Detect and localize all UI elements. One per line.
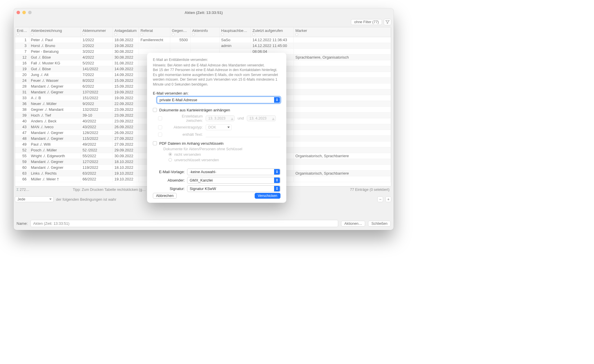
cell-dat: 19.10.2022 <box>113 176 139 182</box>
cell-mark <box>294 159 391 165</box>
column-header[interactable]: Anlagedatum <box>113 27 139 37</box>
template-select[interactable]: -keine Auswahl- <box>187 169 280 175</box>
cell-dat: 19.09.2022 <box>113 89 139 95</box>
cell-nr: 3/2022 <box>81 49 113 55</box>
cell-nr: 55/2022 <box>81 153 113 159</box>
attach-docs-checkbox[interactable] <box>153 108 157 112</box>
cell-bez: Hoch ./. Tief <box>29 113 81 118</box>
cell-nr: 63/2022 <box>81 171 113 176</box>
sigma-icon: Σ <box>17 188 19 192</box>
actions-button[interactable]: Aktionen… <box>341 221 365 227</box>
cell-id: 43 <box>15 124 29 130</box>
close-button[interactable]: Schließen <box>368 221 391 227</box>
cell-nr: 7/2022 <box>81 72 113 78</box>
cell-id: 36 <box>15 101 29 107</box>
remove-condition-button[interactable]: − <box>377 196 383 202</box>
column-header[interactable]: Hauptsachbearbeiter <box>219 27 251 37</box>
filter-icon-button[interactable] <box>384 19 391 25</box>
cell-dat: 31.08.2022 <box>113 60 139 66</box>
send-to-label: E-Mail versenden an: <box>153 91 280 95</box>
cell-dat: 14.09.2022 <box>113 66 139 72</box>
cell-id: 55 <box>15 153 29 159</box>
cell-id: 52 <box>15 147 29 153</box>
table-row[interactable]: 1Peter ./. Paul1/202218.08.2022Familienr… <box>15 37 391 43</box>
cell-mark: Organisatorisch, Sprachbarriere <box>294 153 391 159</box>
radio-not-send-label: nicht versenden <box>174 152 201 157</box>
column-header[interactable]: Gegenstand… <box>170 27 190 37</box>
cell-mark <box>294 136 391 142</box>
column-header[interactable]: Referat <box>139 27 170 37</box>
encrypt-checkbox[interactable] <box>153 141 157 145</box>
column-header[interactable]: Entit… <box>15 27 29 37</box>
signature-select[interactable]: Signatur KSwW <box>187 185 280 192</box>
cell-dat: 15.09.2022 <box>113 84 139 89</box>
cell-bez: Mandant ./. Gegner <box>29 136 81 142</box>
column-header[interactable]: Aktenbezeichnung <box>29 27 81 37</box>
radio-unencrypted-label: unverschlüsselt versenden <box>174 158 219 162</box>
cell-id: 49 <box>15 142 29 147</box>
cell-dat: 26.09.2022 <box>113 130 139 136</box>
footer-count: 77 Einträge (0 selektiert) <box>350 188 390 192</box>
cell-dat: 23.09.2022 <box>113 118 139 124</box>
cell-id: 24 <box>15 78 29 84</box>
cell-mark <box>294 176 391 182</box>
radio-unencrypted <box>169 158 172 162</box>
cell-mark <box>294 101 391 107</box>
cell-bez: Links ./. Rechts <box>29 171 81 176</box>
cell-dat: 26.09.2022 <box>113 124 139 130</box>
cell-mark <box>294 89 391 95</box>
type-select: DOK <box>206 124 232 130</box>
cell-bez: Gut ./. Böse <box>29 55 81 60</box>
contains-checkbox <box>158 133 162 137</box>
cell-mark <box>294 60 391 66</box>
cell-bez: Peter - Beratung <box>29 49 81 55</box>
cell-dat: 15.09.2022 <box>113 78 139 84</box>
column-header[interactable]: Akteninfo <box>190 27 219 37</box>
cell-nr: 9/2022 <box>81 101 113 107</box>
column-header[interactable]: Marker <box>294 27 391 37</box>
created-label: Erstelldatum zwischen: <box>165 114 203 123</box>
cell-nr: 1/2022 <box>81 37 113 43</box>
cell-mark <box>294 66 391 72</box>
sender-select[interactable]: GMX_Kanzlei <box>187 177 280 184</box>
type-checkbox <box>158 125 162 129</box>
cell-mark <box>294 49 391 55</box>
cell-mark <box>294 43 391 49</box>
condition-mode-select[interactable]: Jede <box>15 196 54 202</box>
cell-mark <box>294 72 391 78</box>
signature-label: Signatur: <box>153 186 185 191</box>
condition-mode-label: Jede <box>17 197 25 201</box>
name-field[interactable]: Akten (Zeit: 13:33:51) <box>30 220 338 227</box>
table-row[interactable]: 3Horst ./. Bruno2/202219.08.2022admin14.… <box>15 43 391 49</box>
cell-mark <box>294 113 391 118</box>
filter-button[interactable]: ohne Filter (77) <box>351 19 382 25</box>
cell-za: 14.12.2022 11:45:00 <box>251 43 294 49</box>
cell-bez: A ./. B <box>29 95 81 101</box>
cell-nr: 43/2022 <box>81 124 113 130</box>
cell-nr: 40/2022 <box>81 118 113 124</box>
send-button[interactable]: Verschicken <box>255 193 280 199</box>
cell-id: 1 <box>15 37 29 43</box>
cell-bez: Wright ./. Edgeworth <box>29 153 81 159</box>
send-to-select[interactable]: private E-Mail Adresse <box>157 97 280 103</box>
radio-not-send <box>169 153 172 156</box>
cell-id: 38 <box>15 107 29 113</box>
cell-mark <box>294 165 391 171</box>
type-label: Akteneintragstyp: <box>165 125 203 129</box>
column-header[interactable]: Zuletzt aufgerufen <box>251 27 294 37</box>
column-header[interactable]: Aktennummer <box>81 27 113 37</box>
cell-geg: 5500 <box>170 37 190 43</box>
cell-mark <box>294 95 391 101</box>
cell-za: 14.12.2022 11:36:43 <box>251 37 294 43</box>
attach-docs-label: Dokumente aus Karteieinträgen anhängen <box>159 108 230 112</box>
funnel-icon <box>385 20 390 24</box>
date-to-value: 13. 4.2023 <box>249 116 267 120</box>
name-value: Akten (Zeit: 13:33:51) <box>33 221 69 226</box>
modal-hint: Hinweis: Bei Akten wird die E-Mail Adres… <box>153 63 280 87</box>
add-condition-button[interactable]: + <box>385 196 391 202</box>
cancel-button[interactable]: Abbrechen <box>153 193 177 199</box>
cell-id: 28 <box>15 84 29 89</box>
contains-label: enthält Text: <box>165 132 203 137</box>
cell-bez: Peter ./. Paul <box>29 37 81 43</box>
cell-id: 48 <box>15 136 29 142</box>
